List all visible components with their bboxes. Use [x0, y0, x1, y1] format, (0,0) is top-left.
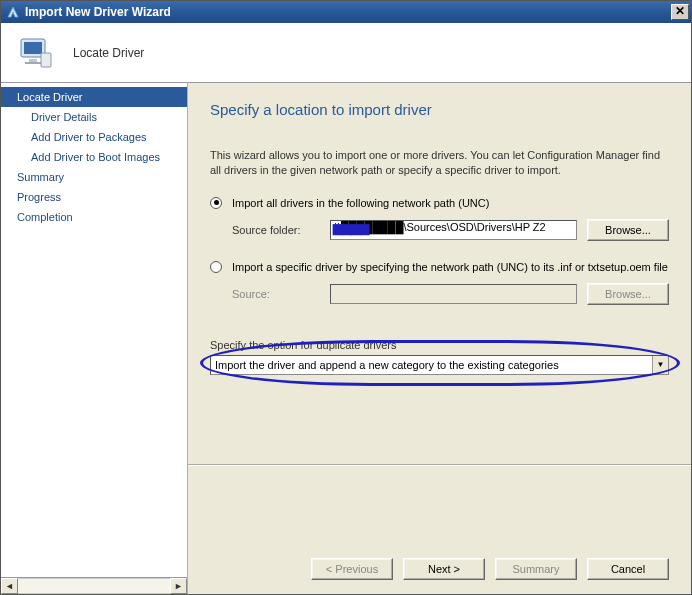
main-panel: Specify a location to import driver This…: [188, 83, 691, 594]
radio-import-specific-label: Import a specific driver by specifying t…: [232, 261, 668, 273]
titlebar: Import New Driver Wizard ✕: [1, 1, 691, 23]
svg-marker-0: [8, 7, 18, 17]
svg-rect-2: [24, 42, 42, 54]
nav-item-add-driver-to-packages[interactable]: Add Driver to Packages: [1, 127, 187, 147]
svg-rect-3: [29, 59, 37, 62]
nav-item-progress[interactable]: Progress: [1, 187, 187, 207]
radio-import-all[interactable]: [210, 197, 222, 209]
next-button[interactable]: Next >: [403, 558, 485, 580]
summary-button: Summary: [495, 558, 577, 580]
source-label: Source:: [232, 288, 320, 300]
browse-all-button[interactable]: Browse...: [587, 219, 669, 241]
nav-item-driver-details[interactable]: Driver Details: [1, 107, 187, 127]
sidebar-hscrollbar[interactable]: ◄ ►: [1, 577, 187, 594]
radio-import-specific[interactable]: [210, 261, 222, 273]
radio-import-specific-row[interactable]: Import a specific driver by specifying t…: [210, 261, 669, 273]
header-band: Locate Driver: [1, 23, 691, 83]
wizard-nav: Locate DriverDriver DetailsAdd Driver to…: [1, 83, 187, 577]
source-folder-label: Source folder:: [232, 224, 320, 236]
nav-item-add-driver-to-boot-images[interactable]: Add Driver to Boot Images: [1, 147, 187, 167]
duplicate-option-value: Import the driver and append a new categ…: [211, 359, 652, 371]
nav-item-locate-driver[interactable]: Locate Driver: [1, 87, 187, 107]
intro-text: This wizard allows you to import one or …: [210, 148, 669, 179]
wizard-sidebar: Locate DriverDriver DetailsAdd Driver to…: [1, 83, 188, 594]
previous-button: < Previous: [311, 558, 393, 580]
wizard-icon: [5, 4, 21, 20]
radio-import-all-label: Import all drivers in the following netw…: [232, 197, 489, 209]
svg-rect-5: [41, 53, 51, 67]
page-title: Locate Driver: [73, 46, 144, 60]
nav-item-summary[interactable]: Summary: [1, 167, 187, 187]
browse-specific-button: Browse...: [587, 283, 669, 305]
scroll-right-button[interactable]: ►: [170, 578, 187, 594]
chevron-down-icon[interactable]: ▼: [652, 356, 668, 374]
wizard-button-bar: < Previous Next > Summary Cancel: [210, 546, 669, 594]
scroll-left-button[interactable]: ◄: [1, 578, 18, 594]
svg-rect-4: [25, 62, 41, 64]
cancel-button[interactable]: Cancel: [587, 558, 669, 580]
nav-item-completion[interactable]: Completion: [1, 207, 187, 227]
monitor-icon: [15, 33, 55, 73]
duplicate-option-label: Specify the option for duplicate drivers: [210, 339, 669, 351]
scroll-track[interactable]: [18, 578, 170, 594]
close-button[interactable]: ✕: [671, 4, 689, 20]
source-folder-input[interactable]: \\████████\Sources\OSD\Drivers\HP Z2 ▆▆▆…: [330, 220, 577, 240]
main-heading: Specify a location to import driver: [210, 101, 669, 118]
window-title: Import New Driver Wizard: [25, 5, 171, 19]
radio-import-all-row[interactable]: Import all drivers in the following netw…: [210, 197, 669, 209]
duplicate-option-dropdown[interactable]: Import the driver and append a new categ…: [210, 355, 669, 375]
source-input: [330, 284, 577, 304]
